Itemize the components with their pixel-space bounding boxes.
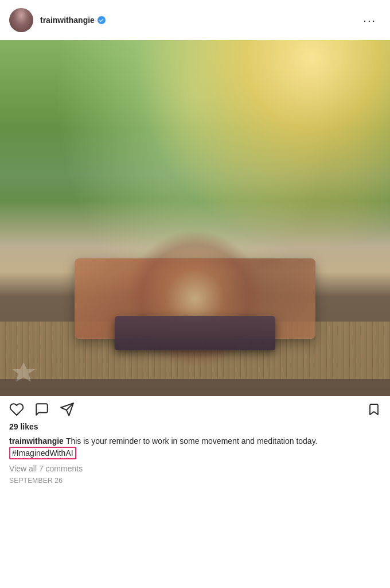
post-actions-bar xyxy=(0,396,390,421)
instagram-post: trainwithangie ··· xyxy=(0,0,390,496)
post-image xyxy=(0,40,390,396)
post-actions-left xyxy=(9,402,75,417)
caption-username[interactable]: trainwithangie xyxy=(9,436,64,446)
bookmark-button[interactable] xyxy=(367,403,381,416)
svg-marker-0 xyxy=(12,362,35,382)
verified-badge-icon xyxy=(98,16,106,24)
post-header-left: trainwithangie xyxy=(9,8,106,32)
username-row: trainwithangie xyxy=(40,16,106,25)
post-header: trainwithangie ··· xyxy=(0,0,390,40)
username[interactable]: trainwithangie xyxy=(40,16,95,25)
likes-count: 29 likes xyxy=(0,421,390,435)
avatar[interactable] xyxy=(9,8,33,32)
comment-button[interactable] xyxy=(34,402,49,417)
view-comments-button[interactable]: View all 7 comments xyxy=(0,464,390,477)
share-button[interactable] xyxy=(60,402,75,417)
post-date: September 26 xyxy=(0,477,390,496)
more-options-button[interactable]: ··· xyxy=(358,11,381,29)
caption-text: This is your reminder to work in some mo… xyxy=(66,436,318,446)
meditation-cushion-decoration xyxy=(115,316,275,350)
caption-hashtag[interactable]: #ImaginedWithAI xyxy=(9,447,76,459)
watermark xyxy=(9,358,38,387)
like-button[interactable] xyxy=(9,402,24,417)
post-caption: trainwithangieThis is your reminder to w… xyxy=(0,435,390,464)
